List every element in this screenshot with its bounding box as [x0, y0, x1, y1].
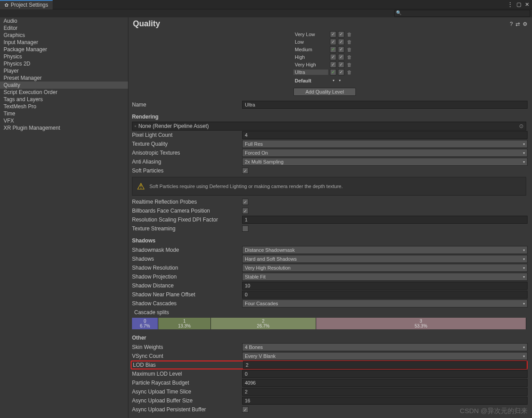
sidebar-item-time[interactable]: Time	[0, 110, 128, 117]
sidebar-item-xr-plugin-management[interactable]: XR Plugin Management	[0, 124, 128, 131]
lod-bias-field[interactable]	[243, 361, 527, 369]
sidebar-item-preset-manager[interactable]: Preset Manager	[0, 74, 128, 82]
skin-weights-dropdown[interactable]: 4 Bones▾	[242, 343, 528, 351]
quality-platform-checkbox-2[interactable]	[338, 61, 344, 68]
menu-icon[interactable]: ⋮	[507, 1, 513, 8]
search-input[interactable]	[394, 10, 530, 17]
quality-level-row: Very Low🗑	[293, 30, 356, 38]
field-label: Pixel Light Count	[131, 132, 242, 138]
default-dropdown-2[interactable]: ▾	[339, 78, 341, 82]
resolution-scaling-fixed-dpi-factor-field[interactable]	[242, 216, 528, 224]
field-label: Shadow Resolution	[131, 265, 242, 271]
shadow-projection-dropdown[interactable]: Stable Fit▾	[242, 273, 528, 281]
maximum-lod-level-field[interactable]	[242, 370, 528, 378]
field-row: Shadow ResolutionVery High Resolution▾	[131, 263, 528, 272]
sidebar-item-script-execution-order[interactable]: Script Execution Order	[0, 89, 128, 96]
texture-streaming-checkbox[interactable]	[242, 225, 248, 232]
maximize-icon[interactable]: ▢	[516, 1, 521, 8]
vsync-count-dropdown[interactable]: Every V Blank▾	[242, 352, 528, 360]
help-icon[interactable]: ?	[510, 21, 513, 27]
sidebar-item-package-manager[interactable]: Package Manager	[0, 46, 128, 53]
quality-platform-checkbox-2[interactable]	[338, 69, 344, 75]
cascade-segment-3[interactable]: 353.3%	[316, 318, 526, 329]
quality-level-label[interactable]: Medium	[293, 47, 328, 52]
texture-quality-dropdown[interactable]: Full Res▾	[242, 140, 528, 148]
close-icon[interactable]: ✕	[525, 1, 529, 8]
shadow-distance-field[interactable]	[242, 282, 528, 290]
quality-level-label[interactable]: Ultra	[293, 70, 328, 75]
pixel-light-count-field[interactable]	[242, 131, 528, 139]
quality-level-row: High🗑	[293, 53, 356, 61]
render-pipeline-field[interactable]: ▫ None (Render Pipeline Asset) ⊙	[132, 122, 526, 131]
shadow-cascades-dropdown[interactable]: Four Cascades▾	[242, 299, 528, 307]
shadows-dropdown[interactable]: Hard and Soft Shadows▾	[242, 255, 528, 263]
field-label: Texture Streaming	[131, 225, 242, 232]
anisotropic-textures-dropdown[interactable]: Forced On▾	[242, 149, 528, 157]
sidebar-item-input-manager[interactable]: Input Manager	[0, 39, 128, 46]
quality-platform-checkbox-1[interactable]	[330, 31, 336, 37]
quality-platform-checkbox-2[interactable]	[338, 46, 344, 53]
trash-icon[interactable]: 🗑	[346, 39, 352, 45]
async-upload-buffer-size-field[interactable]	[242, 397, 528, 405]
sidebar-item-vfx[interactable]: VFX	[0, 117, 128, 124]
quality-level-label[interactable]: High	[293, 54, 328, 60]
sidebar-item-physics-2d[interactable]: Physics 2D	[0, 60, 128, 67]
name-field[interactable]	[242, 101, 528, 109]
quality-platform-checkbox-1[interactable]	[330, 39, 336, 45]
default-dropdown-1[interactable]: ▾	[333, 78, 334, 82]
shadow-resolution-dropdown[interactable]: Very High Resolution▾	[242, 264, 528, 272]
quality-level-label[interactable]: Low	[293, 39, 328, 45]
shadow-near-plane-offset-field[interactable]	[242, 291, 528, 299]
quality-platform-checkbox-1[interactable]	[330, 61, 336, 68]
async-upload-persistent-buffer-checkbox[interactable]	[242, 406, 248, 413]
chevron-down-icon: ▾	[523, 275, 525, 279]
quality-platform-checkbox-1[interactable]	[330, 46, 336, 53]
trash-icon[interactable]: 🗑	[346, 32, 352, 37]
soft-particles-checkbox[interactable]	[242, 168, 248, 174]
cascade-segment-0[interactable]: 06.7%	[132, 318, 158, 329]
quality-level-label[interactable]: Very Low	[293, 32, 328, 37]
window-tab[interactable]: ✿ Project Settings	[0, 0, 53, 9]
sidebar-item-textmesh-pro[interactable]: TextMesh Pro	[0, 103, 128, 110]
trash-icon[interactable]: 🗑	[346, 70, 352, 75]
anti-aliasing-dropdown[interactable]: 2x Multi Sampling▾	[242, 158, 528, 166]
quality-level-label[interactable]: Very High	[293, 62, 328, 67]
cascade-splits-slider[interactable]: 06.7%113.3%226.7%353.3%	[132, 318, 526, 329]
field-label: Billboards Face Camera Position	[131, 208, 242, 214]
quality-platform-checkbox-2[interactable]	[338, 54, 344, 60]
sidebar-item-tags-and-layers[interactable]: Tags and Layers	[0, 96, 128, 103]
sidebar-item-editor[interactable]: Editor	[0, 25, 128, 32]
quality-platform-checkbox-2[interactable]	[338, 39, 344, 45]
cascade-segment-2[interactable]: 226.7%	[211, 318, 316, 329]
settings-icon[interactable]: ⚙	[523, 21, 528, 27]
quality-level-row: Low🗑	[293, 38, 356, 45]
searchbar: 🔍	[0, 9, 532, 17]
sidebar-item-audio[interactable]: Audio	[0, 17, 128, 25]
sidebar-item-physics[interactable]: Physics	[0, 53, 128, 60]
default-label: Default	[293, 78, 328, 83]
realtime-reflection-probes-checkbox[interactable]	[242, 199, 248, 205]
particle-raycast-budget-field[interactable]	[242, 379, 528, 387]
sidebar-item-quality[interactable]: Quality	[0, 82, 128, 89]
quality-platform-checkbox-1[interactable]	[330, 54, 336, 60]
gear-icon: ✿	[4, 2, 8, 8]
trash-icon[interactable]: 🗑	[346, 62, 352, 67]
field-label: Shadow Cascades	[131, 300, 242, 307]
cascade-splits-label: Cascade splits	[131, 309, 242, 316]
quality-platform-checkbox-1[interactable]	[330, 69, 336, 75]
quality-level-row: Ultra🗑	[293, 68, 356, 76]
quality-platform-checkbox-2[interactable]	[338, 31, 344, 37]
name-label: Name	[131, 102, 242, 108]
presets-icon[interactable]: ⇄	[516, 21, 520, 27]
billboards-face-camera-position-checkbox[interactable]	[242, 208, 248, 214]
shadowmask-mode-dropdown[interactable]: Distance Shadowmask▾	[242, 246, 528, 254]
cascade-segment-1[interactable]: 113.3%	[158, 318, 211, 329]
trash-icon[interactable]: 🗑	[346, 54, 352, 60]
sidebar-item-player[interactable]: Player	[0, 67, 128, 74]
trash-icon[interactable]: 🗑	[346, 47, 352, 52]
async-upload-time-slice-field[interactable]	[242, 388, 528, 396]
field-row: ShadowsHard and Soft Shadows▾	[131, 254, 528, 263]
add-quality-level-button[interactable]: Add Quality Level	[293, 88, 356, 96]
sidebar-item-graphics[interactable]: Graphics	[0, 32, 128, 39]
object-picker-icon[interactable]: ⊙	[519, 123, 524, 129]
